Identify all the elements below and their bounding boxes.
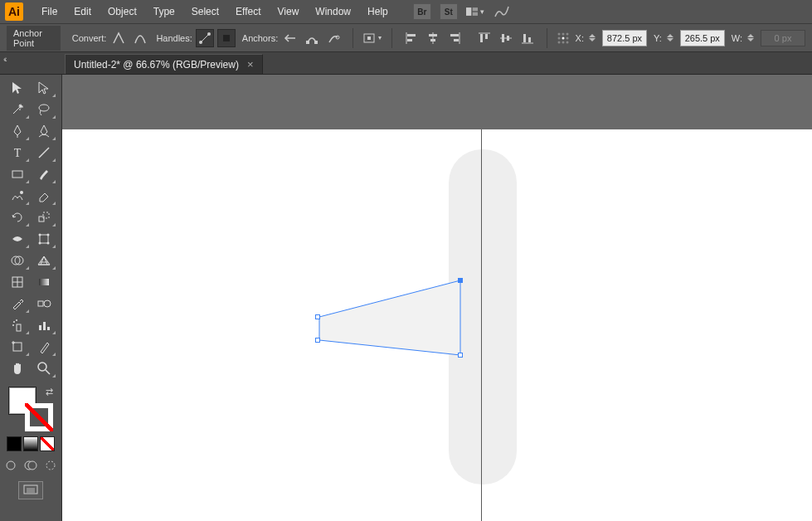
align-right-button[interactable] bbox=[445, 29, 464, 47]
stock-button[interactable]: St bbox=[440, 3, 458, 20]
hide-handles-button[interactable] bbox=[217, 29, 236, 47]
isolate-button[interactable]: ▾ bbox=[363, 29, 382, 47]
svg-rect-14 bbox=[407, 39, 412, 41]
screen-mode-button[interactable] bbox=[18, 481, 43, 499]
app-logo: Ai bbox=[5, 2, 23, 21]
w-stepper[interactable] bbox=[747, 30, 757, 46]
swap-fill-stroke-icon[interactable]: ⇄ bbox=[46, 387, 53, 397]
line-tool[interactable] bbox=[32, 143, 56, 163]
show-handles-button[interactable] bbox=[196, 29, 214, 47]
svg-rect-47 bbox=[40, 235, 48, 243]
color-chip-gradient[interactable] bbox=[23, 436, 38, 451]
document-tab[interactable]: Untitled-2* @ 66.67% (RGB/Preview) × bbox=[65, 54, 263, 74]
menu-window[interactable]: Window bbox=[307, 2, 359, 21]
selected-path[interactable] bbox=[318, 279, 463, 360]
eraser-tool[interactable] bbox=[32, 186, 56, 206]
artboard[interactable] bbox=[62, 129, 812, 521]
canvas[interactable] bbox=[62, 75, 812, 521]
symbol-sprayer-tool[interactable] bbox=[5, 315, 30, 335]
handles-group: Handles: bbox=[156, 29, 235, 47]
align-bottom-button[interactable] bbox=[518, 29, 537, 47]
menu-file[interactable]: File bbox=[33, 2, 66, 21]
toolbox: T ⇄ bbox=[0, 75, 62, 521]
paintbrush-tool[interactable] bbox=[32, 164, 56, 184]
direct-selection-tool[interactable] bbox=[32, 78, 56, 98]
y-stepper[interactable] bbox=[667, 30, 677, 46]
convert-smooth-button[interactable] bbox=[131, 29, 149, 47]
menu-select[interactable]: Select bbox=[183, 2, 227, 21]
menu-edit[interactable]: Edit bbox=[66, 2, 100, 21]
free-transform-tool[interactable] bbox=[32, 229, 56, 249]
panel-collapse-handle[interactable]: ‹‹ bbox=[3, 55, 6, 64]
shape-builder-tool[interactable] bbox=[5, 251, 30, 270]
align-left-button[interactable] bbox=[402, 29, 421, 47]
menu-effect[interactable]: Effect bbox=[227, 2, 269, 21]
fill-stroke-swatch[interactable]: ⇄ bbox=[8, 387, 53, 431]
selection-tool[interactable] bbox=[5, 78, 30, 98]
slice-tool[interactable] bbox=[32, 337, 56, 357]
mesh-tool[interactable] bbox=[5, 272, 30, 292]
color-chip-none[interactable] bbox=[40, 436, 55, 451]
color-chip-solid[interactable] bbox=[7, 436, 22, 451]
align-top-button[interactable] bbox=[475, 29, 494, 47]
gpu-preview-button[interactable] bbox=[493, 2, 511, 21]
anchor-point-tl[interactable] bbox=[315, 314, 320, 319]
x-stepper[interactable] bbox=[589, 30, 599, 46]
blend-tool[interactable] bbox=[32, 294, 56, 314]
remove-anchor-button[interactable] bbox=[281, 29, 299, 47]
cut-anchor-button[interactable] bbox=[324, 29, 343, 47]
rotate-tool[interactable] bbox=[5, 207, 30, 227]
artboard-tool[interactable] bbox=[5, 337, 30, 357]
curvature-tool[interactable] bbox=[32, 121, 56, 141]
hand-tool[interactable] bbox=[5, 358, 30, 378]
svg-rect-57 bbox=[39, 279, 49, 285]
lasso-tool[interactable] bbox=[32, 100, 56, 119]
stroke-swatch[interactable] bbox=[25, 403, 53, 431]
menu-view[interactable]: View bbox=[270, 2, 308, 21]
align-vcenter-button[interactable] bbox=[497, 29, 515, 47]
pen-tool[interactable] bbox=[5, 121, 30, 141]
anchor-point-bl[interactable] bbox=[315, 338, 320, 343]
svg-line-71 bbox=[46, 370, 50, 374]
w-input: 0 px bbox=[761, 30, 805, 46]
svg-rect-20 bbox=[454, 39, 459, 41]
anchor-point-br[interactable] bbox=[458, 353, 463, 358]
svg-rect-11 bbox=[367, 37, 371, 40]
menu-type[interactable]: Type bbox=[145, 2, 183, 21]
menu-object[interactable]: Object bbox=[100, 2, 145, 21]
convert-corner-button[interactable] bbox=[109, 29, 128, 47]
draw-normal-button[interactable] bbox=[2, 456, 20, 475]
convert-label: Convert: bbox=[72, 33, 107, 43]
vertical-guide[interactable] bbox=[481, 129, 482, 521]
anchor-point-tr[interactable] bbox=[458, 278, 463, 283]
align-hcenter-button[interactable] bbox=[424, 29, 442, 47]
draw-behind-button[interactable] bbox=[22, 456, 40, 475]
zoom-tool[interactable] bbox=[32, 358, 56, 378]
svg-point-36 bbox=[557, 41, 560, 43]
draw-inside-button[interactable] bbox=[41, 456, 60, 475]
gradient-tool[interactable] bbox=[32, 272, 56, 292]
x-input[interactable]: 872.5 px bbox=[602, 30, 647, 46]
type-tool[interactable]: T bbox=[5, 143, 30, 163]
reference-point-icon[interactable] bbox=[557, 29, 569, 47]
connect-anchor-button[interactable] bbox=[303, 29, 321, 47]
bridge-button[interactable]: Br bbox=[413, 3, 431, 20]
document-tab-close-button[interactable]: × bbox=[247, 58, 254, 71]
shaper-tool[interactable] bbox=[5, 186, 30, 206]
svg-rect-43 bbox=[12, 171, 22, 178]
svg-rect-58 bbox=[38, 301, 43, 306]
perspective-grid-tool[interactable] bbox=[32, 251, 56, 270]
svg-rect-7 bbox=[306, 41, 309, 44]
menu-help[interactable]: Help bbox=[359, 2, 396, 21]
selection-mode-label: Anchor Point bbox=[7, 26, 61, 51]
color-mode-row bbox=[7, 436, 55, 451]
column-graph-tool[interactable] bbox=[32, 315, 56, 335]
y-input[interactable]: 265.5 px bbox=[680, 30, 725, 46]
eyedropper-tool[interactable] bbox=[5, 294, 30, 314]
rectangle-tool[interactable] bbox=[5, 164, 30, 184]
scale-tool[interactable] bbox=[32, 207, 56, 227]
svg-point-63 bbox=[12, 324, 14, 326]
magic-wand-tool[interactable] bbox=[5, 100, 30, 119]
arrange-documents-button[interactable]: ▾ bbox=[466, 4, 484, 19]
width-tool[interactable] bbox=[5, 229, 30, 249]
